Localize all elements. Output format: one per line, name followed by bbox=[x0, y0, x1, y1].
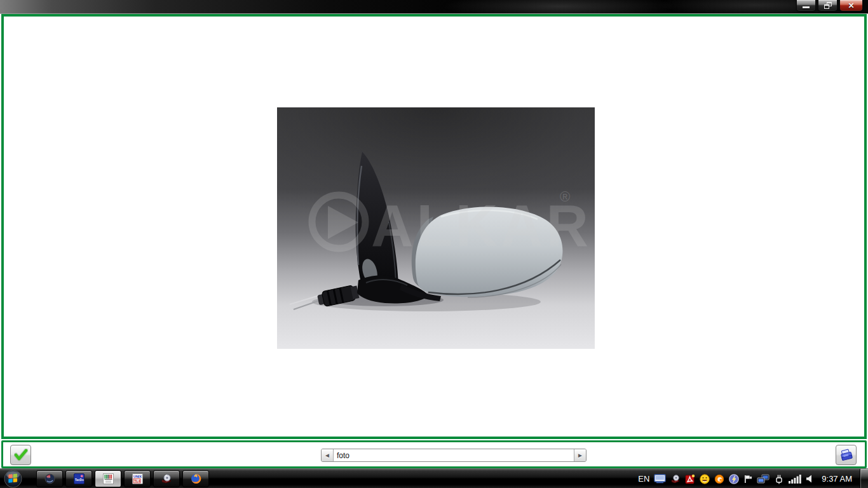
confirm-button[interactable] bbox=[10, 445, 31, 465]
close-button[interactable]: ✕ bbox=[839, 0, 863, 11]
lightning-tray-icon[interactable] bbox=[729, 474, 739, 484]
next-record-button[interactable]: ► bbox=[574, 449, 586, 461]
language-indicator[interactable]: EN bbox=[638, 474, 649, 484]
taskbar-button-firefox[interactable] bbox=[182, 470, 209, 487]
window-controls: ✕ bbox=[796, 0, 863, 11]
svg-text:TL4: TL4 bbox=[134, 479, 140, 483]
show-desktop-button[interactable] bbox=[860, 469, 868, 488]
minimize-icon bbox=[803, 6, 810, 8]
system-tray: EN bbox=[638, 469, 868, 488]
window-green-frame: ALKAR ® bbox=[1, 14, 867, 439]
cd-app-icon bbox=[161, 473, 172, 484]
unix-tl4-icon: UNIX TL4 bbox=[132, 473, 143, 484]
alkar-watermark: ALKAR ® bbox=[312, 189, 592, 258]
taskbar: TecDo UNIX TL4 bbox=[0, 468, 868, 488]
firefox-icon bbox=[191, 473, 201, 484]
flag-tray-icon[interactable] bbox=[743, 474, 752, 484]
taskbar-button-catalog-viewer-active[interactable] bbox=[95, 470, 121, 487]
product-photo: ALKAR ® bbox=[277, 107, 595, 349]
power-plug-tray-icon[interactable] bbox=[774, 474, 784, 484]
record-navigator: ◄ ► bbox=[321, 449, 587, 462]
clock[interactable]: 9:37 AM bbox=[822, 474, 852, 484]
catalog-viewer-icon bbox=[103, 473, 114, 484]
start-button[interactable] bbox=[4, 470, 22, 488]
close-icon: ✕ bbox=[848, 2, 854, 10]
restore-icon bbox=[824, 2, 832, 9]
network-tray-icon[interactable] bbox=[757, 474, 770, 484]
orange-ring-tray-icon[interactable] bbox=[714, 474, 724, 484]
windows-start-icon bbox=[4, 470, 22, 488]
globe-app-icon bbox=[44, 473, 55, 484]
smiley-messenger-tray-icon[interactable] bbox=[700, 474, 710, 484]
registered-mark: ® bbox=[560, 189, 570, 205]
check-icon bbox=[14, 449, 28, 461]
print-button[interactable] bbox=[836, 445, 857, 465]
taskbar-button-tecdoc[interactable]: TecDo bbox=[65, 470, 92, 487]
tecdoc-icon: TecDo bbox=[74, 473, 85, 484]
bottom-toolbar: ◄ ► bbox=[0, 440, 868, 468]
title-bar[interactable]: ✕ bbox=[0, 0, 868, 14]
volume-tray-icon[interactable] bbox=[806, 474, 815, 484]
bottom-toolbar-frame: ◄ ► bbox=[1, 440, 867, 468]
taskbar-button-globe-app[interactable] bbox=[36, 470, 63, 487]
svg-text:UNIX: UNIX bbox=[133, 475, 142, 478]
watermark-text: ALKAR bbox=[371, 193, 592, 258]
printer-icon bbox=[839, 449, 853, 461]
signal-bars-tray-icon[interactable] bbox=[789, 474, 801, 484]
taskbar-button-cd-app[interactable] bbox=[153, 470, 180, 487]
app-window: ALKAR ® bbox=[0, 14, 868, 440]
minimize-button[interactable] bbox=[796, 0, 816, 11]
adobe-reader-tray-icon[interactable] bbox=[685, 474, 695, 484]
taskbar-button-unix-tl4[interactable]: UNIX TL4 bbox=[124, 470, 151, 487]
previous-record-button[interactable]: ◄ bbox=[322, 449, 334, 461]
record-name-input[interactable] bbox=[334, 449, 574, 461]
cd-book-tray-icon[interactable] bbox=[670, 474, 681, 484]
taskbar-buttons: TecDo UNIX TL4 bbox=[36, 470, 209, 487]
svg-text:TecDo: TecDo bbox=[75, 478, 84, 482]
display-tray-icon[interactable] bbox=[654, 474, 666, 484]
restore-button[interactable] bbox=[818, 0, 837, 11]
